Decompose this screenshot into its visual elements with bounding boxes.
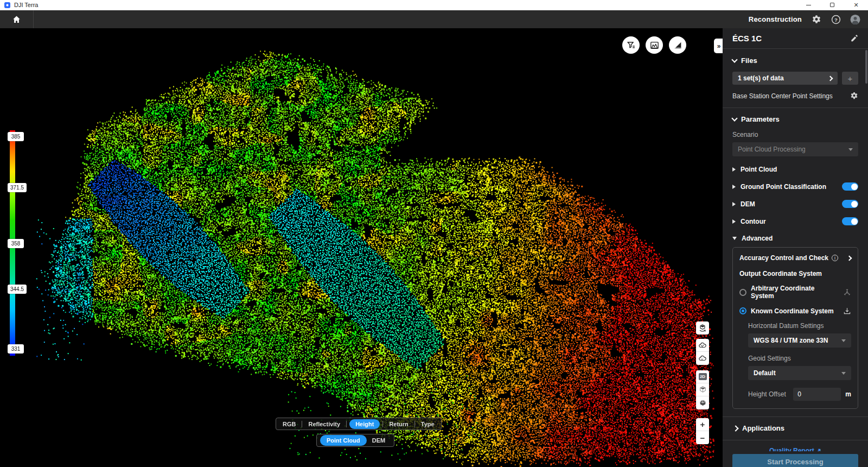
contour-toggle[interactable]	[842, 217, 858, 225]
horizontal-datum-dropdown[interactable]: WGS 84 / UTM zone 33N	[748, 333, 851, 348]
point-cloud-viewport[interactable]: 385 371.5 358 344.5 331 »	[0, 28, 723, 467]
contour-row[interactable]: Contour	[732, 217, 858, 225]
triangle-down-icon	[732, 237, 737, 240]
measure-button[interactable]	[669, 36, 686, 54]
zoom-out-button[interactable]: −	[696, 431, 709, 444]
output-cs-label: Output Coordinate System	[739, 270, 851, 277]
render-mode-type[interactable]: Type	[420, 421, 436, 427]
render-mode-return[interactable]: Return	[388, 421, 409, 427]
scenario-dropdown[interactable]: Point Cloud Processing	[732, 142, 858, 156]
layer-dem[interactable]: DEM	[367, 437, 391, 444]
profile-analysis-button[interactable]	[646, 36, 663, 54]
geoid-settings-label: Geoid Settings	[748, 355, 851, 362]
triangle-right-icon	[732, 167, 736, 172]
geoid-dropdown[interactable]: Default	[748, 366, 851, 380]
set-square-icon	[673, 41, 682, 50]
render-mode-toolbar: RGB Reflectivity Height Return Type	[276, 418, 442, 430]
data-sets-button[interactable]: 1 set(s) of data	[732, 72, 838, 85]
minimize-icon	[806, 5, 811, 5]
window-title: DJI Terra	[14, 2, 38, 8]
dji-terra-logo-icon	[4, 2, 10, 8]
advanced-settings-box: Accuracy Control and Check i Output Coor…	[732, 247, 858, 409]
triangle-right-icon	[732, 219, 736, 224]
dem-toggle[interactable]	[842, 200, 858, 208]
minimize-button[interactable]	[796, 0, 820, 10]
cube-outline-icon	[699, 386, 707, 394]
cloud-density-button[interactable]	[696, 352, 709, 365]
height-offset-input[interactable]	[793, 388, 841, 401]
home-button[interactable]	[0, 10, 34, 28]
render-mode-height-active[interactable]: Height	[349, 419, 380, 429]
render-mode-reflectivity[interactable]: Reflectivity	[307, 421, 341, 427]
files-section-header[interactable]: Files	[732, 56, 858, 65]
view-2d-button[interactable]: 2D	[696, 370, 709, 383]
window-titlebar: DJI Terra ✕	[0, 0, 868, 10]
dem-row[interactable]: DEM	[732, 200, 858, 208]
colorbar-label-371-5: 371.5	[8, 183, 27, 192]
caret-down-icon	[848, 148, 853, 151]
chevron-down-icon	[731, 56, 737, 62]
zoom-group: + −	[696, 418, 709, 444]
help-icon: ?	[831, 15, 841, 24]
zoom-in-button[interactable]: +	[696, 418, 709, 431]
applications-section-header[interactable]: Applications	[732, 424, 858, 432]
render-mode-rgb[interactable]: RGB	[282, 421, 297, 427]
maximize-button[interactable]	[820, 0, 844, 10]
home-icon	[12, 15, 21, 24]
help-button[interactable]: ?	[831, 14, 841, 24]
chevron-right-icon	[828, 75, 833, 81]
base-station-settings-gear-icon[interactable]	[850, 92, 858, 100]
plus-icon: +	[700, 420, 705, 428]
point-cloud-canvas[interactable]	[0, 28, 723, 467]
scenario-label: Scenario	[732, 131, 858, 138]
chevron-double-right-icon: »	[717, 42, 721, 50]
cloud-dots-icon	[698, 354, 707, 363]
2d-badge-icon: 2D	[699, 373, 707, 380]
add-data-button[interactable]: +	[842, 72, 858, 85]
panel-collapse-tab[interactable]: »	[714, 39, 723, 53]
rotate-3d-icon	[698, 324, 707, 332]
chevron-right-icon	[847, 255, 852, 261]
point-cloud-display-button[interactable]	[696, 339, 709, 352]
known-cs-option[interactable]: Known Coordinate System	[739, 307, 851, 315]
minus-icon: −	[700, 434, 705, 442]
arbitrary-cs-option[interactable]: Arbitrary Coordinate System	[739, 285, 851, 300]
panel-scrollbar[interactable]	[865, 50, 867, 84]
view-3d-wire-button[interactable]	[696, 383, 709, 396]
external-link-icon: ↗	[816, 447, 821, 451]
edit-pencil-icon[interactable]	[850, 34, 858, 42]
quality-report-link[interactable]: Quality Report ↗	[769, 447, 821, 451]
settings-button[interactable]	[811, 14, 821, 24]
gear-icon	[812, 15, 821, 24]
start-processing-button[interactable]: Start Processing	[732, 454, 858, 467]
layer-point-cloud-active[interactable]: Point Cloud	[320, 435, 367, 446]
caret-down-icon	[841, 339, 846, 342]
info-icon[interactable]: i	[832, 255, 838, 261]
orbit-view-button[interactable]	[696, 321, 709, 335]
view-orbit-group	[696, 321, 709, 335]
filter-button[interactable]	[622, 36, 640, 54]
drone-axis-icon	[843, 288, 851, 296]
chevron-down-icon	[731, 115, 737, 121]
advanced-section-header[interactable]: Advanced	[732, 235, 858, 242]
chevron-right-icon	[732, 425, 738, 431]
radio-selected-icon	[739, 307, 746, 314]
account-button[interactable]	[850, 14, 860, 24]
cube-solid-icon	[699, 399, 707, 407]
accuracy-control-row[interactable]: Accuracy Control and Check i	[739, 254, 851, 262]
parameters-section-header[interactable]: Parameters	[732, 115, 858, 123]
reconstruction-mode-label: Reconstruction	[749, 15, 802, 23]
ground-point-classification-toggle[interactable]	[842, 182, 858, 191]
view-3d-solid-button[interactable]	[696, 396, 709, 409]
horizontal-datum-label: Horizontal Datum Settings	[748, 322, 851, 330]
colorbar-label-331: 331	[8, 344, 24, 354]
close-button[interactable]: ✕	[844, 0, 868, 10]
base-station-label: Base Station Center Point Settings	[732, 92, 833, 100]
top-navbar: Reconstruction ?	[0, 10, 868, 28]
maximize-icon	[830, 3, 834, 7]
layer-toolbar: Point Cloud DEM	[316, 434, 394, 447]
import-coordinates-icon	[843, 307, 851, 315]
ground-point-classification-row[interactable]: Ground Point Classification	[732, 182, 858, 191]
point-cloud-section-row[interactable]: Point Cloud	[732, 166, 858, 173]
triangle-right-icon	[732, 185, 736, 189]
